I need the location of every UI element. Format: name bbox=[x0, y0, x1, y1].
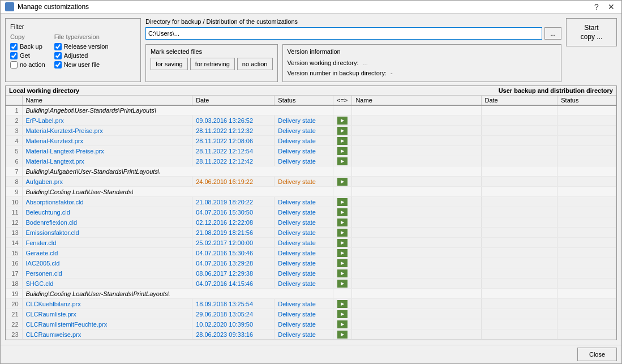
row-date: 24.06.2010 16:19:22 bbox=[192, 177, 274, 187]
get-checkbox[interactable] bbox=[10, 52, 18, 59]
row-arrow-cell: ► bbox=[333, 258, 351, 268]
backup-checkbox[interactable] bbox=[10, 43, 18, 50]
row-num: 9 bbox=[6, 187, 22, 197]
table-row: 8 Aufgaben.prx 24.06.2010 16:19:22 Deliv… bbox=[6, 177, 616, 187]
title-bar: Manage customizations ? ✕ bbox=[1, 1, 621, 14]
arrow-icon[interactable]: ► bbox=[337, 117, 348, 125]
row-user-name bbox=[352, 279, 481, 289]
row-name[interactable]: Emissionsfaktor.cld bbox=[22, 228, 192, 238]
row-arrow-cell: ► bbox=[333, 217, 351, 228]
arrow-icon[interactable]: ► bbox=[337, 219, 348, 226]
row-name[interactable]: IAC2005.cld bbox=[22, 258, 192, 268]
close-button[interactable]: Close bbox=[577, 348, 617, 361]
no-action-checkbox[interactable] bbox=[10, 61, 18, 68]
row-name[interactable]: Material-Langtext-Preise.prx bbox=[22, 146, 192, 156]
window-close-button[interactable]: ✕ bbox=[606, 1, 617, 12]
arrow-icon[interactable]: ► bbox=[337, 239, 348, 247]
get-checkbox-row[interactable]: Get bbox=[10, 52, 45, 59]
adjusted-checkbox[interactable] bbox=[54, 52, 62, 59]
new-user-checkbox[interactable] bbox=[54, 61, 62, 68]
arrow-icon[interactable]: ► bbox=[337, 300, 348, 308]
row-arrow-cell: ► bbox=[333, 207, 351, 217]
row-arrow-cell: ► bbox=[333, 309, 351, 319]
version-backup-dir-label: Version number in backup directory: bbox=[288, 70, 387, 76]
mark-files-title: Mark selected files bbox=[151, 48, 273, 55]
row-num: 17 bbox=[6, 268, 22, 279]
row-name[interactable]: ErP-Label.prx bbox=[22, 115, 192, 126]
table-row: 18 SHGC.cld 04.07.2016 14:15:46 Delivery… bbox=[6, 279, 616, 289]
row-date: 04.07.2016 14:15:46 bbox=[192, 279, 274, 289]
col-header-date-local: Date bbox=[192, 96, 274, 105]
row-date: 04.07.2016 15:30:50 bbox=[192, 207, 274, 217]
arrow-icon[interactable]: ► bbox=[337, 259, 348, 267]
adjusted-checkbox-row[interactable]: Adjusted bbox=[54, 52, 109, 59]
row-user-status bbox=[557, 207, 616, 217]
row-name[interactable]: Absorptionsfaktor.cld bbox=[22, 197, 192, 207]
arrow-icon[interactable]: ► bbox=[337, 320, 348, 328]
release-checkbox[interactable] bbox=[54, 43, 62, 50]
arrow-icon[interactable]: ► bbox=[337, 157, 348, 165]
no-action-button[interactable]: no action bbox=[237, 58, 273, 70]
row-user-status bbox=[557, 105, 616, 115]
for-saving-button[interactable]: for saving bbox=[151, 58, 188, 70]
row-user-date bbox=[481, 166, 557, 177]
help-button[interactable]: ? bbox=[591, 1, 602, 12]
row-name[interactable]: Fenster.cld bbox=[22, 238, 192, 248]
new-user-label: New user file bbox=[64, 61, 100, 68]
row-date: 28.11.2022 12:12:32 bbox=[192, 126, 274, 136]
arrow-icon[interactable]: ► bbox=[337, 249, 348, 257]
row-status: Delivery state bbox=[274, 156, 333, 166]
arrow-icon[interactable]: ► bbox=[337, 127, 348, 135]
table-wrapper[interactable]: Name Date Status <=> Name Date Status 1 bbox=[6, 96, 616, 340]
row-user-status bbox=[557, 329, 616, 340]
row-user-status bbox=[557, 258, 616, 268]
row-date: 28.11.2022 12:08:06 bbox=[192, 136, 274, 146]
arrow-icon[interactable]: ► bbox=[337, 310, 348, 318]
release-checkbox-row[interactable]: Release version bbox=[54, 43, 109, 50]
directory-input[interactable] bbox=[145, 27, 542, 40]
table-row: 9 Building\Cooling Load\User-Standards\ bbox=[6, 187, 616, 197]
row-name[interactable]: Personen.cld bbox=[22, 268, 192, 279]
arrow-icon[interactable]: ► bbox=[337, 137, 348, 145]
row-arrow bbox=[333, 289, 351, 299]
arrow-icon[interactable]: ► bbox=[337, 331, 348, 339]
backup-checkbox-row[interactable]: Back up bbox=[10, 43, 45, 50]
row-name[interactable]: CLCRaumlistemitFeuchte.prx bbox=[22, 319, 192, 329]
filter-copy-col: Copy Back up Get no action bbox=[10, 33, 45, 68]
row-date: 21.08.2019 18:20:22 bbox=[192, 197, 274, 207]
row-user-date bbox=[481, 258, 557, 268]
row-name[interactable]: Aufgaben.prx bbox=[22, 177, 192, 187]
arrow-icon[interactable]: ► bbox=[337, 269, 348, 277]
filter-title: Filter bbox=[10, 23, 136, 30]
row-user-status bbox=[557, 309, 616, 319]
start-copy-button[interactable]: Startcopy ... bbox=[566, 18, 617, 46]
arrow-icon[interactable]: ► bbox=[337, 229, 348, 237]
row-name[interactable]: Beleuchtung.cld bbox=[22, 207, 192, 217]
row-name[interactable]: CLCRaumliste.prx bbox=[22, 309, 192, 319]
row-name[interactable]: CLCRaumweise.prx bbox=[22, 329, 192, 340]
row-user-name bbox=[352, 187, 481, 197]
row-num: 5 bbox=[6, 146, 22, 156]
browse-button[interactable]: ... bbox=[544, 27, 561, 40]
arrow-icon[interactable]: ► bbox=[337, 208, 348, 216]
row-user-name bbox=[352, 258, 481, 268]
row-name[interactable]: Material-Langtext.prx bbox=[22, 156, 192, 166]
row-date: 29.06.2018 13:05:24 bbox=[192, 309, 274, 319]
row-name[interactable]: SHGC.cld bbox=[22, 279, 192, 289]
arrow-icon[interactable]: ► bbox=[337, 147, 348, 155]
row-name[interactable]: Material-Kurztext.prx bbox=[22, 136, 192, 146]
no-action-checkbox-row[interactable]: no action bbox=[10, 61, 45, 68]
row-user-date bbox=[481, 268, 557, 279]
new-user-checkbox-row[interactable]: New user file bbox=[54, 61, 109, 68]
row-name[interactable]: Geraete.cld bbox=[22, 248, 192, 258]
arrow-icon[interactable]: ► bbox=[337, 178, 348, 186]
for-retrieving-button[interactable]: for retrieving bbox=[190, 58, 235, 70]
row-name[interactable]: Material-Kurztext-Preise.prx bbox=[22, 126, 192, 136]
row-date: 28.06.2023 09:33:16 bbox=[192, 329, 274, 340]
arrow-icon[interactable]: ► bbox=[337, 198, 348, 206]
row-name[interactable]: Bodenreflexion.cld bbox=[22, 217, 192, 228]
row-name[interactable]: CLCKuehlbilanz.prx bbox=[22, 299, 192, 309]
row-name: Building\Cooling Load\User-Standards\ bbox=[22, 187, 333, 197]
row-user-name bbox=[352, 166, 481, 177]
arrow-icon[interactable]: ► bbox=[337, 280, 348, 288]
